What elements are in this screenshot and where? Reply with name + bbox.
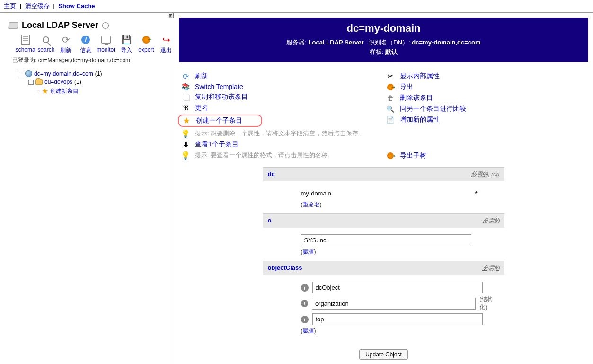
action-switch-template[interactable]: 📚Switch Template <box>179 83 384 90</box>
rename-icon: ℜ <box>181 104 190 112</box>
attr-input-oc-2[interactable] <box>312 313 483 325</box>
sidebar: ⊞ Local LDAP Server schema search ⟳刷新 i信… <box>0 13 174 364</box>
info-icon[interactable]: i <box>301 300 308 307</box>
attr-input-oc-0[interactable] <box>312 282 483 293</box>
attr-addvalue-oc[interactable]: 赋值 <box>301 328 316 334</box>
nav-show-cache[interactable]: Show Cache <box>58 2 95 9</box>
attr-header-dc: dc 必需的, rdn <box>263 167 504 181</box>
expand-icon[interactable]: + <box>28 80 34 85</box>
login-info: 已登录为: cn=Manager,dc=my-domain,dc=com <box>12 56 174 64</box>
tool-import[interactable]: 💾导入 <box>119 34 134 54</box>
action-add-attr[interactable]: 📄增加新的属性 <box>384 115 589 124</box>
compare-icon: 🔍 <box>386 105 395 113</box>
tool-info[interactable]: i信息 <box>78 34 93 54</box>
info-icon[interactable]: i <box>301 316 309 323</box>
info-icon: i <box>81 36 90 44</box>
action-export[interactable]: 导出 <box>384 83 589 91</box>
action-show-internal[interactable]: ✂显示内部属性 <box>384 72 589 80</box>
tool-refresh[interactable]: ⟳刷新 <box>58 34 73 54</box>
trash-icon: 🗑 <box>386 94 395 102</box>
entry-header: dc=my-domain 服务器: Local LDAP Server 识别名（… <box>179 18 588 62</box>
attr-name-dc[interactable]: dc <box>268 170 275 178</box>
template-icon: 📚 <box>181 83 190 90</box>
globe-icon <box>25 70 32 77</box>
logout-icon: ↪ <box>162 34 170 45</box>
tree-create-new[interactable]: ┈ ★ 创建新条目 <box>37 87 174 96</box>
tree-root[interactable]: - dc=my-domain,dc=com (1) <box>18 70 174 77</box>
action-create-child[interactable]: ★创建一个子条目 <box>180 116 242 125</box>
export-icon <box>142 36 150 44</box>
toolbar: schema search ⟳刷新 i信息 monitor 💾导入 export… <box>17 34 174 54</box>
actions: ⟳刷新 📚Switch Template 复制和移动该条目 ℜ更名 ★创建一个子… <box>174 62 593 162</box>
action-compare[interactable]: 🔍同另一个条目进行比较 <box>384 105 589 113</box>
search-icon <box>43 36 49 43</box>
action-export-subtree[interactable]: 导出子树 <box>384 151 589 160</box>
export-icon <box>386 152 395 160</box>
tool-monitor[interactable]: monitor <box>98 34 114 54</box>
attr-header-o: o 必需的 <box>263 213 504 228</box>
import-icon: 💾 <box>121 35 132 45</box>
attr-name-objectclass[interactable]: objectClass <box>268 264 302 272</box>
top-nav: 主页 | 清空缓存 | Show Cache <box>0 0 593 13</box>
hint-delete-attr: 💡提示: 想要删除一个属性，请将文本字段清空，然后点击保存。 <box>179 129 384 138</box>
main-panel: dc=my-domain 服务器: Local LDAP Server 识别名（… <box>174 13 593 364</box>
attr-header-objectclass: objectClass 必需的 <box>263 261 504 275</box>
sidebar-expand-button[interactable]: ⊞ <box>168 13 174 18</box>
refresh-icon: ⟳ <box>62 35 70 44</box>
action-refresh[interactable]: ⟳刷新 <box>179 72 384 80</box>
document-icon <box>21 35 30 45</box>
clock-icon[interactable] <box>102 22 109 29</box>
tool-schema[interactable]: schema <box>17 34 34 54</box>
tool-search[interactable]: search <box>38 34 53 54</box>
tools-icon: ✂ <box>386 72 395 80</box>
action-rename[interactable]: ℜ更名 <box>179 104 384 112</box>
entry-title: dc=my-domain <box>184 22 584 35</box>
attr-name-o[interactable]: o <box>268 217 272 225</box>
server-name: Local LDAP Server <box>22 20 98 30</box>
collapse-icon[interactable]: - <box>18 71 23 76</box>
server-icon <box>8 22 18 29</box>
bulb-icon: 💡 <box>181 151 190 159</box>
folder-icon <box>35 79 43 85</box>
attr-input-o[interactable] <box>301 234 471 246</box>
tree-child-devops[interactable]: + ou=devops (1) <box>28 79 174 85</box>
refresh-icon: ⟳ <box>181 72 190 80</box>
action-view-children[interactable]: ⬇查看1个子条目 <box>179 140 384 149</box>
action-delete[interactable]: 🗑删除该条目 <box>384 94 589 102</box>
attr-addvalue-o[interactable]: 赋值 <box>301 249 316 255</box>
bulb-icon: 💡 <box>181 130 190 137</box>
tree: - dc=my-domain,dc=com (1) + ou=devops (1… <box>18 70 174 96</box>
update-object-button[interactable]: Update Object <box>359 349 408 360</box>
star-icon: ★ <box>182 117 191 124</box>
attribute-table: dc 必需的, rdn my-domain * 重命名 o 必需的 赋值 <box>263 167 504 340</box>
tool-logout[interactable]: ↪退出 <box>159 34 174 54</box>
attr-rename-dc[interactable]: 重命名 <box>301 201 322 208</box>
hint-attr-format: 💡提示: 要查看一个属性的格式，请点击属性的名称。 <box>179 151 384 160</box>
info-icon[interactable]: i <box>301 284 309 292</box>
copy-icon <box>181 93 190 101</box>
download-icon: ⬇ <box>181 141 190 148</box>
star-icon: ★ <box>42 87 48 96</box>
attr-value-dc: my-domain <box>301 188 471 199</box>
tool-export[interactable]: export <box>139 34 154 54</box>
nav-home[interactable]: 主页 <box>4 2 16 9</box>
add-icon: 📄 <box>386 116 395 124</box>
attr-input-oc-1[interactable] <box>312 298 476 310</box>
nav-clear-cache[interactable]: 清空缓存 <box>25 2 50 9</box>
action-copy-move[interactable]: 复制和移动该条目 <box>179 93 384 101</box>
monitor-icon <box>101 36 111 44</box>
export-icon <box>386 83 395 91</box>
